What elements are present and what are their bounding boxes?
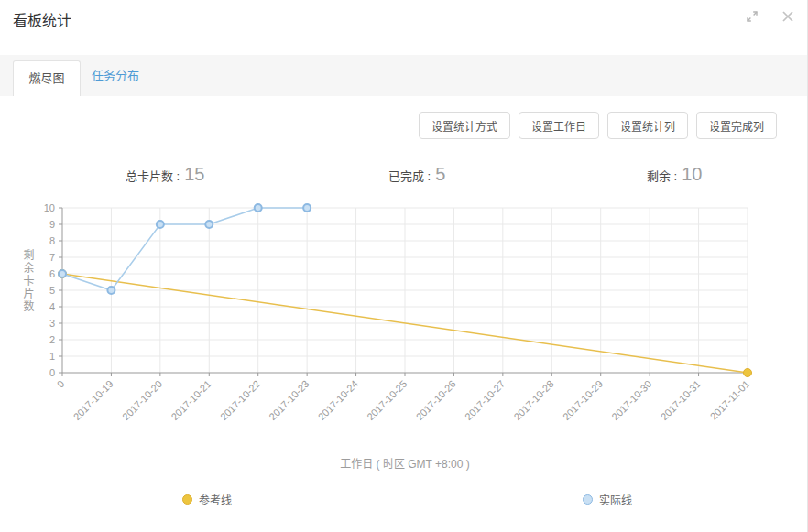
set-workdays-button[interactable]: 设置工作日	[519, 112, 599, 139]
tab-burndown-chart[interactable]: 燃尽图	[13, 60, 81, 96]
legend-reference-line-label: 参考线	[199, 492, 232, 507]
svg-text:2017-10-31: 2017-10-31	[659, 378, 703, 422]
x-axis-title: 工作日 ( 时区 GMT +8:00 )	[62, 455, 748, 471]
svg-text:10: 10	[44, 202, 55, 213]
set-statistics-method-button[interactable]: 设置统计方式	[419, 112, 510, 139]
dialog-title: 看板统计	[13, 8, 71, 30]
burndown-chart: 01234567891002017-10-192017-10-202017-10…	[0, 192, 808, 467]
toolbar-divider	[0, 147, 807, 147]
close-icon[interactable]	[781, 9, 795, 24]
svg-text:9: 9	[49, 219, 55, 230]
tab-task-distribution[interactable]: 任务分布	[81, 55, 150, 96]
stat-completed: 已完成 :5	[388, 164, 445, 185]
svg-text:2017-10-23: 2017-10-23	[267, 378, 311, 422]
svg-text:0: 0	[55, 378, 67, 390]
stat-completed-value: 5	[435, 164, 445, 184]
svg-text:3: 3	[49, 318, 55, 329]
stat-completed-label: 已完成 :	[388, 169, 431, 183]
set-statistics-column-button[interactable]: 设置统计列	[607, 112, 688, 139]
stat-remaining: 剩余 :10	[647, 164, 702, 185]
svg-text:2017-10-21: 2017-10-21	[169, 378, 213, 422]
stat-remaining-label: 剩余 :	[647, 169, 677, 183]
svg-text:2017-10-25: 2017-10-25	[365, 378, 409, 422]
expand-icon[interactable]	[745, 9, 759, 24]
tab-burndown-label: 燃尽图	[28, 71, 64, 85]
stat-remaining-value: 10	[682, 164, 702, 184]
set-done-column-button[interactable]: 设置完成列	[696, 112, 777, 139]
svg-text:1: 1	[49, 351, 55, 362]
actual-line-dot-icon	[583, 494, 593, 505]
svg-text:2017-10-28: 2017-10-28	[511, 378, 555, 422]
svg-text:2017-10-19: 2017-10-19	[71, 378, 115, 422]
svg-text:2017-11-01: 2017-11-01	[708, 378, 752, 422]
svg-text:7: 7	[49, 252, 55, 263]
svg-text:4: 4	[49, 301, 55, 312]
svg-text:2017-10-30: 2017-10-30	[609, 378, 653, 422]
settings-toolbar: 设置统计方式 设置工作日 设置统计列 设置完成列	[419, 112, 777, 139]
stat-total-cards-label: 总卡片数 :	[126, 169, 180, 183]
svg-text:5: 5	[49, 285, 55, 296]
legend-reference-line[interactable]: 参考线	[182, 492, 232, 507]
header-icons	[745, 9, 795, 24]
stat-total-cards: 总卡片数 :15	[126, 164, 204, 185]
svg-text:0: 0	[49, 367, 55, 378]
tab-task-distribution-label: 任务分布	[92, 69, 139, 82]
stat-total-cards-value: 15	[184, 164, 204, 184]
svg-text:2017-10-20: 2017-10-20	[120, 378, 164, 422]
svg-text:2017-10-24: 2017-10-24	[316, 378, 360, 422]
tab-bar: 燃尽图 任务分布	[0, 55, 807, 96]
svg-text:2: 2	[49, 334, 55, 345]
legend-actual-line-label: 实际线	[599, 492, 632, 507]
svg-text:2017-10-27: 2017-10-27	[463, 378, 507, 422]
svg-text:2017-10-29: 2017-10-29	[561, 378, 605, 422]
svg-text:8: 8	[49, 235, 55, 246]
svg-text:2017-10-26: 2017-10-26	[414, 378, 458, 422]
kanban-statistics-dialog: 看板统计 燃尽图 任务分布 设置统计方式 设置工作日 设置统计列	[0, 0, 808, 532]
svg-text:2017-10-22: 2017-10-22	[218, 378, 262, 422]
reference-line-dot-icon	[182, 494, 192, 505]
svg-text:6: 6	[49, 268, 55, 279]
legend-actual-line[interactable]: 实际线	[583, 492, 632, 507]
